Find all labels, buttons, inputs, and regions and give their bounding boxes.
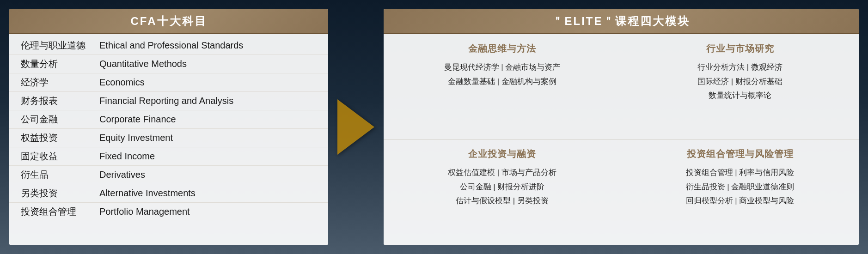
module-cell-3: 企业投资与融资权益估值建模 | 市场与产品分析公司金融 | 财报分析进阶估计与假…: [384, 139, 621, 245]
table-row: 权益投资Equity Investment: [9, 129, 328, 147]
english-label: Fixed Income: [92, 151, 328, 162]
table-row: 衍生品Derivatives: [9, 166, 328, 184]
table-row: 经济学Economics: [9, 73, 328, 92]
left-header: CFA十大科目: [9, 9, 328, 34]
left-panel-title: CFA十大科目: [131, 15, 207, 27]
english-label: Economics: [92, 77, 328, 88]
english-label: Financial Reporting and Analysis: [92, 96, 328, 106]
english-label: Portfolio Management: [92, 206, 328, 217]
module-content: 权益估值建模 | 市场与产品分析公司金融 | 财报分析进阶估计与假设模型 | 另…: [448, 166, 556, 208]
english-label: Equity Investment: [92, 133, 328, 143]
main-wrapper: CFA十大科目 伦理与职业道德Ethical and Professional …: [0, 0, 868, 254]
chinese-label: 伦理与职业道德: [9, 39, 92, 52]
chinese-label: 固定收益: [9, 150, 92, 163]
arrow-icon: [337, 99, 374, 155]
table-row: 公司金融Corporate Finance: [9, 110, 328, 129]
right-header: ＂ELITE＂课程四大模块: [384, 9, 859, 34]
module-cell-4: 投资组合管理与风险管理投资组合管理 | 利率与信用风险衍生品投资 | 金融职业道…: [621, 139, 859, 245]
chinese-label: 投资组合管理: [9, 206, 92, 218]
chinese-label: 经济学: [9, 76, 92, 89]
module-content: 曼昆现代经济学 | 金融市场与资产金融数量基础 | 金融机构与案例: [444, 60, 561, 89]
table-row: 固定收益Fixed Income: [9, 147, 328, 166]
module-title: 金融思维与方法: [468, 42, 536, 55]
table-row: 另类投资Alternative Investments: [9, 184, 328, 203]
subjects-table: 伦理与职业道德Ethical and Professional Standard…: [9, 34, 328, 245]
english-label: Quantitative Methods: [92, 59, 328, 69]
right-panel: ＂ELITE＂课程四大模块 金融思维与方法曼昆现代经济学 | 金融市场与资产金融…: [384, 9, 859, 245]
chinese-label: 公司金融: [9, 113, 92, 126]
arrow-section: [328, 9, 384, 245]
chinese-label: 财务报表: [9, 95, 92, 107]
table-row: 投资组合管理Portfolio Management: [9, 203, 328, 221]
table-row: 财务报表Financial Reporting and Analysis: [9, 92, 328, 110]
module-content: 行业分析方法 | 微观经济国际经济 | 财报分析基础数量统计与概率论: [697, 60, 782, 103]
module-cell-2: 行业与市场研究行业分析方法 | 微观经济国际经济 | 财报分析基础数量统计与概率…: [621, 34, 859, 139]
right-panel-title: ＂ELITE＂课程四大模块: [552, 15, 690, 27]
table-row: 伦理与职业道德Ethical and Professional Standard…: [9, 36, 328, 55]
module-content: 投资组合管理 | 利率与信用风险衍生品投资 | 金融职业道德准则回归模型分析 |…: [686, 166, 795, 208]
module-title: 行业与市场研究: [706, 42, 774, 55]
modules-grid: 金融思维与方法曼昆现代经济学 | 金融市场与资产金融数量基础 | 金融机构与案例…: [384, 34, 859, 245]
module-title: 企业投资与融资: [468, 148, 536, 160]
english-label: Derivatives: [92, 169, 328, 180]
chinese-label: 衍生品: [9, 169, 92, 181]
english-label: Alternative Investments: [92, 188, 328, 199]
chinese-label: 权益投资: [9, 132, 92, 144]
module-cell-1: 金融思维与方法曼昆现代经济学 | 金融市场与资产金融数量基础 | 金融机构与案例: [384, 34, 621, 139]
english-label: Corporate Finance: [92, 114, 328, 125]
chinese-label: 另类投资: [9, 187, 92, 200]
left-panel: CFA十大科目 伦理与职业道德Ethical and Professional …: [9, 9, 328, 245]
module-title: 投资组合管理与风险管理: [687, 148, 794, 160]
chinese-label: 数量分析: [9, 58, 92, 70]
english-label: Ethical and Professional Standards: [92, 40, 328, 51]
table-row: 数量分析Quantitative Methods: [9, 55, 328, 73]
